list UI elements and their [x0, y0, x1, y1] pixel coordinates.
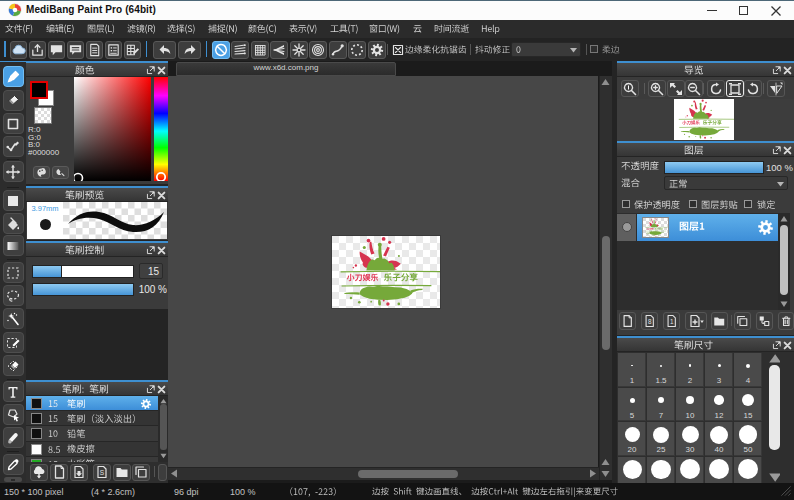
svg-text:S: S	[100, 469, 105, 476]
svg-text:8: 8	[648, 318, 652, 325]
svg-text:1: 1	[670, 318, 674, 325]
